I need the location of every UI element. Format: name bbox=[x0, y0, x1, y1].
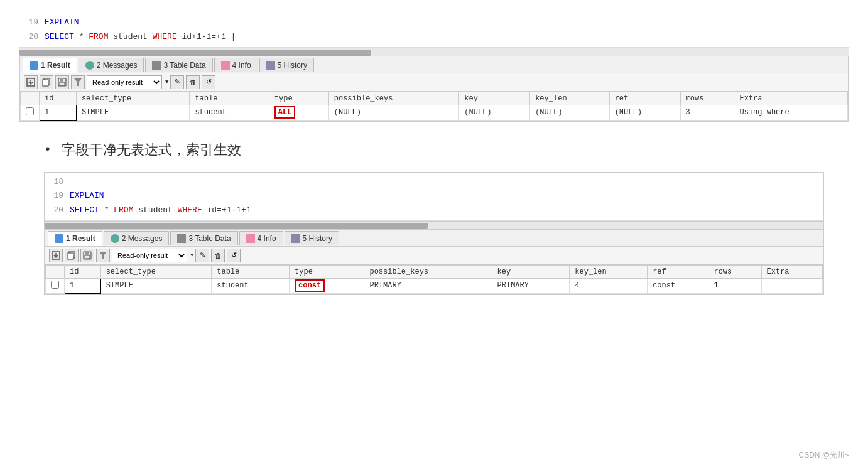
top-tabs-bar: 1 Result 2 Messages 3 Table Data 4 Info … bbox=[19, 56, 849, 73]
bottom-code-explain: EXPLAIN bbox=[70, 190, 104, 203]
tab-info-2-label: 4 Info bbox=[258, 234, 276, 243]
td-type-1: ALL bbox=[269, 105, 328, 120]
top-readonly-select[interactable]: Read-only result bbox=[87, 75, 162, 89]
toolbar-btn-copy-2[interactable] bbox=[65, 249, 79, 262]
bottom-code-select: SELECT * FROM student WHERE id=+1-1+1 bbox=[70, 204, 251, 217]
toolbar-btn-filter-2[interactable] bbox=[96, 249, 110, 262]
bottom-result-table: id select_type table type possible_keys … bbox=[45, 265, 823, 294]
toolbar-btn-export-2[interactable] bbox=[49, 249, 63, 262]
chart-icon-1 bbox=[221, 61, 230, 70]
bottom-scrollbar-thumb[interactable] bbox=[45, 223, 428, 229]
td-table-2: student bbox=[212, 278, 290, 293]
top-table-header: id select_type table type possible_keys … bbox=[21, 92, 848, 105]
bottom-code-line-19: 19 EXPLAIN bbox=[45, 189, 823, 203]
bottom-header-row: id select_type table type possible_keys … bbox=[46, 265, 823, 278]
tab-messages-2[interactable]: 2 Messages bbox=[104, 231, 170, 245]
td-rows-2: 1 bbox=[708, 278, 761, 293]
td-possible-keys-1: (NULL) bbox=[328, 105, 458, 120]
toolbar-btn-export-1[interactable] bbox=[24, 75, 38, 89]
copy-icon-2 bbox=[67, 251, 76, 260]
copy-icon-1 bbox=[42, 78, 51, 87]
th-possible-keys-1: possible_keys bbox=[328, 92, 458, 105]
bottom-scrollbar[interactable] bbox=[45, 221, 823, 230]
bottom-line-number-18: 18 bbox=[45, 176, 70, 189]
td-key-2: PRIMARY bbox=[492, 278, 570, 293]
type-highlight-2: const bbox=[295, 279, 325, 292]
code-select-1: SELECT * FROM student WHERE id+1-1=+1 | bbox=[45, 31, 236, 44]
td-key-1: (NULL) bbox=[459, 105, 530, 120]
toolbar-btn-filter-1[interactable] bbox=[71, 75, 85, 89]
svg-rect-11 bbox=[68, 253, 73, 259]
td-table-1: student bbox=[190, 105, 269, 120]
td-possible-keys-2: PRIMARY bbox=[364, 278, 492, 293]
dropdown-arrow-2: ▼ bbox=[190, 252, 193, 259]
th-extra-2: Extra bbox=[761, 265, 822, 278]
tab-history-1-label: 5 History bbox=[278, 61, 307, 70]
toolbar-btn-copy-1[interactable] bbox=[40, 75, 53, 89]
top-toolbar: Read-only result ▼ ✎ 🗑 ↺ bbox=[19, 73, 849, 92]
code-condition-2: id=+1-1+1 bbox=[207, 205, 251, 215]
tab-tabledata-1[interactable]: 3 Table Data bbox=[145, 58, 212, 72]
toolbar-btn-delete-1[interactable]: 🗑 bbox=[186, 75, 200, 89]
tab-tabledata-2[interactable]: 3 Table Data bbox=[170, 231, 237, 245]
bottom-code-line-18: 18 bbox=[45, 175, 823, 190]
toolbar-btn-refresh-1[interactable]: ↺ bbox=[202, 75, 215, 89]
grid-icon-1 bbox=[30, 61, 38, 70]
bullet-dot: • bbox=[44, 142, 52, 157]
td-id-2: 1 bbox=[65, 278, 101, 293]
th-possible-keys-2: possible_keys bbox=[364, 265, 492, 278]
th-type-1: type bbox=[269, 92, 328, 105]
toolbar-btn-edit-1[interactable]: ✎ bbox=[170, 75, 184, 89]
bottom-readonly-select[interactable]: Read-only result bbox=[112, 249, 187, 262]
circle-icon-2 bbox=[111, 234, 119, 243]
bottom-tabs-bar: 1 Result 2 Messages 3 Table Data 4 Info … bbox=[45, 230, 823, 247]
row-checkbox-1[interactable] bbox=[26, 107, 34, 115]
toolbar-btn-edit-2[interactable]: ✎ bbox=[195, 249, 209, 262]
td-checkbox-1[interactable] bbox=[21, 105, 40, 120]
top-scrollbar-thumb[interactable] bbox=[19, 50, 371, 56]
tab-history-2[interactable]: 5 History bbox=[285, 231, 339, 245]
th-checkbox-2 bbox=[46, 265, 65, 278]
row-checkbox-2[interactable] bbox=[51, 281, 59, 289]
filter-icon-1 bbox=[73, 78, 82, 87]
td-type-2: const bbox=[290, 278, 364, 293]
grid-icon-2 bbox=[55, 234, 63, 243]
td-checkbox-2[interactable] bbox=[46, 278, 65, 293]
top-scrollbar[interactable] bbox=[19, 48, 849, 56]
toolbar-btn-refresh-2[interactable]: ↺ bbox=[227, 249, 241, 262]
toolbar-btn-delete-2[interactable]: 🗑 bbox=[211, 249, 225, 262]
watermark: CSDN @光川~ bbox=[798, 450, 849, 461]
svg-marker-15 bbox=[99, 252, 107, 259]
tab-info-2[interactable]: 4 Info bbox=[239, 231, 283, 245]
tab-history-1[interactable]: 5 History bbox=[259, 58, 314, 72]
tab-messages-2-label: 2 Messages bbox=[122, 234, 163, 243]
th-extra-1: Extra bbox=[734, 92, 848, 105]
dropdown-arrow-1: ▼ bbox=[165, 79, 168, 85]
tab-result-1[interactable]: 1 Result bbox=[23, 58, 77, 73]
td-key-len-1: (NULL) bbox=[530, 105, 609, 120]
bottom-code-area: 18 19 EXPLAIN 20 SELECT * FROM student W… bbox=[45, 173, 823, 221]
bottom-toolbar: Read-only result ▼ ✎ 🗑 ↺ bbox=[45, 247, 823, 265]
th-key-1: key bbox=[459, 92, 530, 105]
code-line-20: 20 SELECT * FROM student WHERE id+1-1=+1… bbox=[19, 30, 849, 45]
chart-icon-2 bbox=[246, 234, 255, 243]
bottom-result-table-wrapper: id select_type table type possible_keys … bbox=[45, 265, 823, 294]
th-select-type-2: select_type bbox=[100, 265, 212, 278]
code-table-2: student bbox=[138, 205, 177, 215]
td-extra-2 bbox=[761, 278, 822, 293]
svg-marker-7 bbox=[74, 78, 82, 86]
td-extra-1: Using where bbox=[734, 105, 848, 120]
table-row: 1 SIMPLE student const PRIMARY PRIMARY 4… bbox=[46, 278, 823, 293]
tab-info-1[interactable]: 4 Info bbox=[214, 58, 258, 72]
history-icon-2 bbox=[291, 234, 300, 243]
save-icon-1 bbox=[58, 78, 67, 87]
td-select-type-2: SIMPLE bbox=[100, 278, 212, 293]
th-key-2: key bbox=[492, 265, 570, 278]
toolbar-btn-save-1[interactable] bbox=[55, 75, 69, 89]
line-number-20: 20 bbox=[19, 31, 45, 44]
toolbar-btn-save-2[interactable] bbox=[80, 249, 94, 262]
filter-icon-2 bbox=[99, 251, 107, 260]
bottom-panel: 18 19 EXPLAIN 20 SELECT * FROM student W… bbox=[44, 172, 824, 295]
tab-result-2[interactable]: 1 Result bbox=[48, 231, 102, 246]
tab-messages-1[interactable]: 2 Messages bbox=[79, 58, 144, 72]
